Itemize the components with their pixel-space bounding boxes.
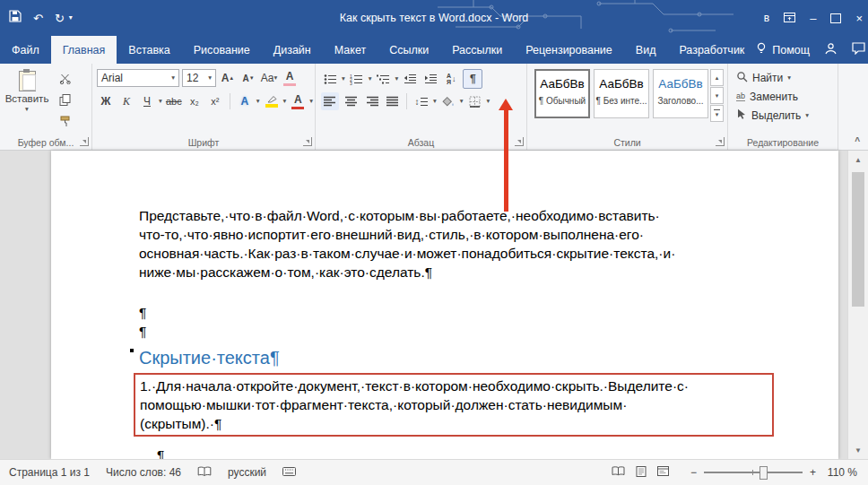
tab-developer[interactable]: Разработчик [667, 36, 756, 64]
tab-view[interactable]: Вид [624, 36, 668, 64]
tab-review[interactable]: Рецензирование [514, 36, 624, 64]
print-layout-icon[interactable] [636, 466, 647, 480]
numbering-icon[interactable]: 123 [348, 70, 366, 88]
style-heading1[interactable]: АаБбВв Заголово... [653, 69, 708, 118]
tab-home[interactable]: Главная [51, 36, 117, 64]
zoom-slider[interactable] [704, 472, 803, 473]
redo-icon[interactable]: ↻ [55, 12, 65, 25]
font-size-combo[interactable]: 12 ▾ [182, 69, 216, 87]
bold-button[interactable]: Ж [97, 92, 115, 110]
font-color-caret-icon[interactable]: ▾ [309, 98, 313, 105]
increase-indent-icon[interactable] [421, 70, 439, 88]
scrollbar-thumb[interactable] [852, 172, 864, 307]
underline-button[interactable]: Ч [138, 92, 156, 110]
style-no-spacing[interactable]: АаБбВв ¶ Без инте... [594, 69, 649, 118]
format-painter-icon[interactable] [56, 112, 74, 130]
proofing-icon[interactable] [197, 466, 212, 480]
undo-icon[interactable]: ↶ [33, 12, 43, 25]
line-spacing-icon[interactable]: ↕ [412, 92, 430, 110]
font-color-icon[interactable]: А [289, 92, 307, 110]
tab-mailings[interactable]: Рассылки [440, 36, 514, 64]
italic-button[interactable]: К [117, 92, 135, 110]
font-family-combo[interactable]: Arial ▾ [97, 69, 179, 87]
select-button[interactable]: Выделить ▾ [728, 106, 838, 125]
shading-icon[interactable] [439, 92, 457, 110]
justify-icon[interactable] [383, 92, 401, 110]
align-center-icon[interactable] [342, 92, 360, 110]
shrink-font-icon[interactable]: А▼ [239, 69, 257, 87]
dialog-launcher-icon[interactable] [303, 137, 312, 146]
find-button[interactable]: Найти ▾ [728, 68, 838, 87]
show-formatting-marks-button[interactable]: ¶ [463, 69, 482, 89]
cut-icon[interactable] [56, 69, 74, 87]
tab-file[interactable]: Файл [0, 36, 51, 64]
superscript-button[interactable]: x² [206, 92, 224, 110]
highlight-caret-icon[interactable]: ▾ [283, 98, 287, 105]
numbering-caret-icon[interactable]: ▾ [369, 75, 372, 82]
comments-icon[interactable] [852, 42, 865, 57]
replace-button[interactable]: ab Заменить [728, 87, 838, 106]
scroll-down-icon[interactable]: ▼ [848, 441, 868, 459]
multilevel-list-icon[interactable] [375, 70, 393, 88]
collapse-ribbon-icon[interactable]: ^ [855, 136, 860, 146]
ribbon-display-options-icon[interactable] [784, 10, 795, 26]
page-indicator[interactable]: Страница 1 из 1 [9, 466, 90, 479]
styles-scroll-up-icon[interactable]: ▴ [710, 69, 724, 86]
dialog-launcher-icon[interactable] [716, 137, 725, 146]
language-indicator[interactable]: русский [228, 466, 266, 479]
maximize-button[interactable] [830, 13, 841, 23]
zoom-in-icon[interactable]: + [810, 466, 816, 479]
shading-caret-icon[interactable]: ▾ [460, 98, 464, 105]
vertical-scrollbar[interactable]: ▲ ▼ [847, 151, 868, 459]
borders-icon[interactable] [466, 92, 484, 110]
read-mode-icon[interactable] [612, 466, 625, 479]
bullets-caret-icon[interactable]: ▾ [342, 75, 345, 82]
text-effects-caret-icon[interactable]: ▾ [256, 98, 260, 105]
tab-insert[interactable]: Вставка [117, 36, 181, 64]
zoom-out-icon[interactable]: − [690, 466, 697, 479]
highlight-color-icon[interactable] [263, 92, 281, 110]
underline-caret-icon[interactable]: ▾ [159, 98, 162, 105]
tell-me-button[interactable]: Помощ [756, 42, 810, 57]
zoom-slider-thumb[interactable] [760, 466, 768, 480]
web-layout-icon[interactable] [657, 466, 669, 479]
save-icon[interactable] [9, 10, 22, 26]
align-left-icon[interactable] [321, 92, 339, 110]
borders-caret-icon[interactable]: ▾ [487, 98, 490, 105]
close-button[interactable]: × [855, 12, 863, 25]
signin-label[interactable]: в [764, 12, 769, 24]
styles-more-icon[interactable]: ▾ [710, 105, 724, 122]
keyboard-icon[interactable] [282, 466, 296, 479]
decrease-indent-icon[interactable] [401, 70, 419, 88]
tab-design[interactable]: Дизайн [262, 36, 323, 64]
bullets-icon[interactable] [321, 70, 339, 88]
multilevel-caret-icon[interactable]: ▾ [395, 75, 399, 82]
scroll-up-icon[interactable]: ▲ [848, 151, 868, 169]
sort-icon[interactable]: АЯ↓ [442, 70, 460, 88]
tab-layout[interactable]: Макет [323, 36, 378, 64]
dialog-launcher-icon[interactable] [515, 137, 524, 146]
account-icon[interactable] [824, 42, 838, 57]
paste-caret-icon: ▾ [25, 106, 29, 113]
minimize-button[interactable]: – [810, 12, 816, 25]
change-case-icon[interactable]: Аа▾ [260, 69, 278, 87]
text-effects-icon[interactable]: A [236, 92, 254, 110]
styles-scroll-down-icon[interactable]: ▾ [710, 87, 724, 104]
line-spacing-caret-icon[interactable]: ▾ [433, 98, 437, 105]
grow-font-icon[interactable]: А▲ [219, 69, 237, 87]
dialog-launcher-icon[interactable] [80, 137, 89, 146]
document-page[interactable]: Представьте,·что·в·файл·Word,·с·которым·… [51, 151, 838, 459]
align-right-icon[interactable] [362, 92, 380, 110]
tab-references[interactable]: Ссылки [378, 36, 440, 64]
style-normal[interactable]: АаБбВв ¶ Обычный [534, 69, 590, 118]
customize-qat-icon[interactable]: ▾ [69, 14, 73, 22]
paste-button[interactable]: Вставить ▾ [5, 69, 48, 128]
strikethrough-button[interactable]: abc [165, 92, 183, 110]
zoom-level[interactable]: 110 % [823, 466, 857, 479]
word-count[interactable]: Число слов: 46 [106, 466, 181, 479]
style-name: ¶ Без инте... [595, 96, 648, 106]
tab-draw[interactable]: Рисование [182, 36, 262, 64]
clear-formatting-icon[interactable]: А [281, 69, 299, 87]
subscript-button[interactable]: x₂ [186, 92, 204, 110]
copy-icon[interactable] [56, 91, 74, 108]
